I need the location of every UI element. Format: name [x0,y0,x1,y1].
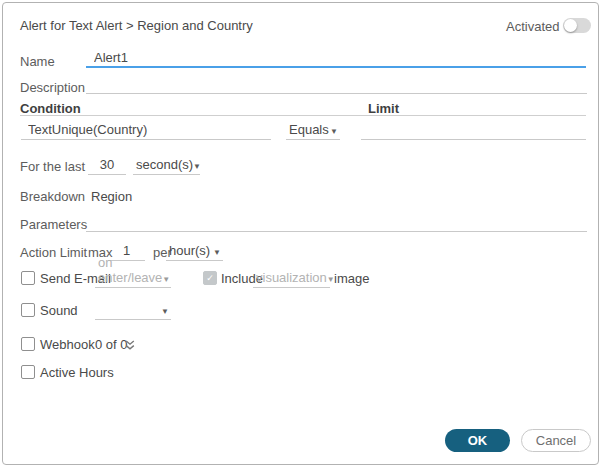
parameters-label: Parameters [20,217,87,232]
chevron-down-icon: ▼ [161,306,169,317]
limit-input[interactable] [361,122,586,140]
include-checkbox[interactable]: ✓ [203,271,217,285]
sound-checkbox[interactable] [21,303,35,317]
chevron-down-icon: ▼ [162,274,170,285]
webhook-checkbox[interactable] [21,337,35,351]
condition-header: Condition [20,101,81,116]
breakdown-value: Region [91,189,132,204]
name-input[interactable] [86,50,586,68]
for-the-last-label: For the last [20,159,85,174]
include-image-suffix: image [334,271,369,286]
chevron-down-icon: ▼ [193,161,201,172]
chevron-down-icon: ▼ [330,126,338,137]
alert-settings-dialog: Alert for Text Alert > Region and Countr… [2,2,599,465]
activated-label: Activated [506,19,559,34]
header-divider [20,115,586,116]
name-label: Name [20,54,55,69]
for-the-last-input[interactable] [88,157,126,175]
description-input[interactable] [86,76,587,94]
active-hours-label[interactable]: Active Hours [40,365,114,380]
double-chevron-down-icon[interactable] [125,339,135,354]
toggle-knob-icon [564,19,577,32]
email-trigger-value: on enter/leave [98,255,162,285]
active-hours-checkbox[interactable] [21,365,35,379]
include-image-value: visualization [256,270,327,285]
cancel-button[interactable]: Cancel [521,429,591,452]
dialog-title: Alert for Text Alert > Region and Countr… [20,18,253,33]
breakdown-label: Breakdown [20,189,85,204]
operator-value: Equals [289,122,329,137]
condition-input[interactable] [21,122,271,140]
activated-toggle[interactable] [563,18,591,33]
action-limit-unit-value: hour(s) [169,243,210,258]
ok-button[interactable]: OK [445,429,510,452]
chevron-down-icon: ▼ [213,247,221,258]
webhook-count: 0 of 0 [95,337,128,352]
sound-dropdown[interactable]: ▼ [95,302,171,320]
sound-label[interactable]: Sound [40,303,78,318]
send-email-checkbox[interactable] [21,271,35,285]
action-limit-unit-dropdown[interactable]: hour(s) ▼ [166,243,223,261]
operator-dropdown[interactable]: Equals ▼ [286,122,340,140]
check-icon: ✓ [206,272,214,284]
time-unit-value: second(s) [136,157,193,172]
time-unit-dropdown[interactable]: second(s) ▼ [133,157,200,175]
limit-header: Limit [368,101,399,116]
description-label: Description [20,80,85,95]
parameters-input[interactable] [86,214,587,232]
include-image-dropdown[interactable]: visualization ▼ [253,270,330,288]
webhook-label[interactable]: Webhook [40,337,95,352]
action-limit-label: Action Limit [20,245,87,260]
email-trigger-dropdown[interactable]: on enter/leave ▼ [95,270,171,288]
